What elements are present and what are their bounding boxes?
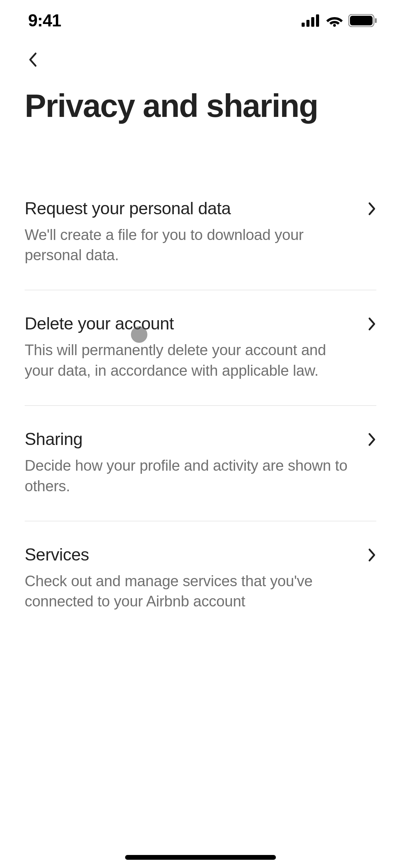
svg-rect-6	[350, 16, 373, 25]
list-item-title: Sharing	[25, 429, 354, 449]
status-bar: 9:41	[0, 0, 401, 41]
list-item-title: Services	[25, 545, 354, 565]
list-item-title: Request your personal data	[25, 198, 354, 218]
chevron-right-icon	[368, 202, 376, 216]
nav-bar	[0, 41, 401, 68]
home-indicator[interactable]	[125, 855, 276, 860]
chevron-right-icon	[368, 548, 376, 562]
list-item-description: We'll create a file for you to download …	[25, 225, 354, 265]
svg-rect-0	[302, 23, 305, 27]
svg-point-4	[333, 24, 336, 27]
status-icons	[302, 14, 377, 27]
list-item-request-data[interactable]: Request your personal data We'll create …	[25, 175, 376, 291]
list-item-text: Sharing Decide how your profile and acti…	[25, 429, 368, 496]
list-item-description: This will permanently delete your accoun…	[25, 340, 354, 381]
svg-rect-3	[316, 14, 319, 27]
battery-icon	[348, 14, 377, 27]
content: Privacy and sharing Request your persona…	[0, 89, 401, 636]
list-item-text: Request your personal data We'll create …	[25, 198, 368, 265]
page-title: Privacy and sharing	[25, 89, 376, 123]
list-item-delete-account[interactable]: Delete your account This will permanentl…	[25, 290, 376, 406]
status-time: 9:41	[28, 11, 61, 31]
svg-rect-2	[311, 17, 314, 27]
list-item-title: Delete your account	[25, 314, 354, 334]
list-item-text: Delete your account This will permanentl…	[25, 314, 368, 381]
settings-list: Request your personal data We'll create …	[25, 175, 376, 636]
list-item-text: Services Check out and manage services t…	[25, 545, 368, 612]
chevron-right-icon	[368, 317, 376, 331]
list-item-description: Check out and manage services that you'v…	[25, 571, 354, 612]
svg-rect-1	[306, 20, 309, 27]
back-button[interactable]	[25, 51, 41, 68]
list-item-description: Decide how your profile and activity are…	[25, 455, 354, 496]
list-item-services[interactable]: Services Check out and manage services t…	[25, 521, 376, 636]
chevron-left-icon	[28, 51, 38, 68]
chevron-right-icon	[368, 433, 376, 446]
list-item-sharing[interactable]: Sharing Decide how your profile and acti…	[25, 406, 376, 521]
wifi-icon	[326, 14, 343, 27]
cellular-signal-icon	[302, 14, 321, 27]
svg-rect-7	[375, 18, 377, 23]
